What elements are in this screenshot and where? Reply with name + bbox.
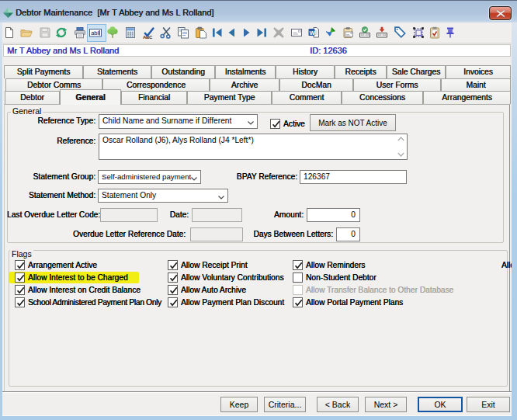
svg-text:abl: abl: [91, 30, 99, 36]
svg-text:W: W: [310, 30, 316, 36]
